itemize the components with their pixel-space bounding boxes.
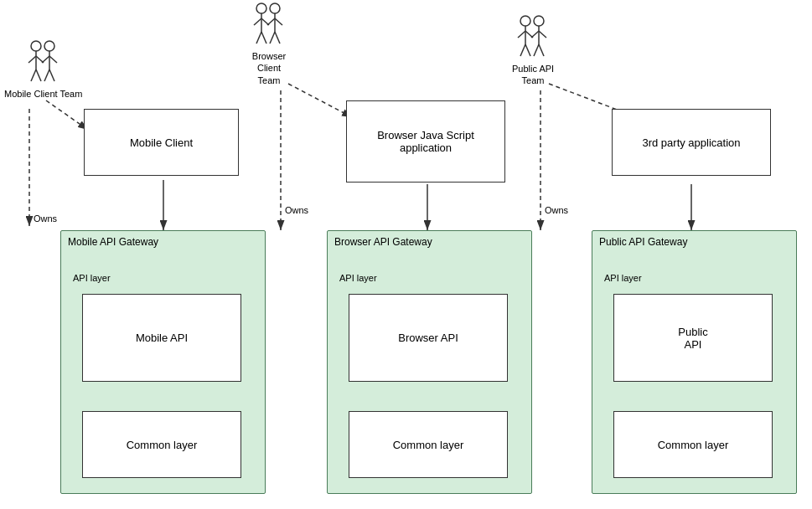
svg-point-35 [270,3,280,13]
svg-line-26 [49,56,57,63]
browser-api-label: Browser API [398,332,458,344]
svg-point-17 [31,41,41,51]
browser-api-layer-label: API layer [339,273,377,283]
svg-line-51 [534,44,539,56]
mobile-common-label: Common layer [127,439,198,451]
diagram: Mobile Client Team BrowserClientTeam [0,0,812,509]
mobile-client-box: Mobile Client [84,109,239,176]
mobile-api-layer-label: API layer [73,273,111,283]
svg-line-21 [31,69,36,81]
svg-line-40 [275,32,280,44]
mobile-client-label: Mobile Client [130,136,193,149]
browser-client-team-label: BrowserClientTeam [252,50,286,86]
mobile-api-label: Mobile API [136,332,188,344]
browser-owns-label: Owns [285,205,308,215]
public-api-layer-label: API layer [604,273,642,283]
mobile-api-inner-box: Mobile API [82,294,241,382]
svg-point-29 [256,3,266,13]
public-gateway-box: Public API Gateway API layer Public API … [592,230,797,494]
public-gateway-label: Public API Gateway [599,236,687,248]
svg-line-2 [46,100,88,130]
svg-line-7 [288,84,352,117]
browser-common-label: Common layer [393,439,464,451]
browser-js-app-box: Browser Java Script application [346,100,505,183]
browser-common-box: Common layer [349,411,508,478]
svg-point-47 [534,16,544,26]
browser-gateway-box: Browser API Gateway API layer Browser AP… [327,230,532,494]
mobile-client-team-label: Mobile Client Team [4,88,82,100]
svg-line-46 [525,44,530,56]
public-owns-label: Owns [545,205,568,215]
svg-line-52 [539,44,544,56]
public-common-label: Common layer [658,439,729,451]
svg-line-19 [28,56,36,63]
mobile-common-box: Common layer [82,411,241,478]
svg-line-49 [531,31,539,38]
browser-gateway-label: Browser API Gateway [334,236,432,248]
svg-point-23 [44,41,54,51]
svg-line-43 [518,31,525,38]
third-party-label: 3rd party application [642,136,740,149]
public-api-label: Public API [678,326,707,351]
browser-js-label: Browser Java Script application [377,129,474,154]
svg-line-50 [539,31,546,38]
browser-api-inner-box: Browser API [349,294,508,382]
svg-line-33 [256,32,261,44]
browser-client-team-figure: BrowserClientTeam [250,0,288,86]
svg-line-34 [261,32,266,44]
mobile-client-team-figure: Mobile Client Team [4,38,82,100]
svg-line-39 [270,32,275,44]
svg-point-41 [520,16,530,26]
svg-line-38 [275,18,282,25]
svg-line-27 [44,69,49,81]
mobile-gateway-label: Mobile API Gateway [68,236,158,248]
public-api-inner-box: Public API [613,294,773,382]
public-common-box: Common layer [613,411,773,478]
public-api-team-label: Public APITeam [512,63,554,87]
public-api-team-figure: Public APITeam [512,13,554,87]
mobile-owns-label: Owns [34,213,57,224]
third-party-app-box: 3rd party application [612,109,771,176]
svg-line-25 [42,56,49,63]
mobile-gateway-box: Mobile API Gateway API layer Mobile API … [60,230,266,494]
svg-line-37 [267,18,275,25]
svg-line-45 [520,44,525,56]
svg-line-28 [49,69,54,81]
svg-line-31 [254,18,261,25]
svg-line-22 [36,69,41,81]
